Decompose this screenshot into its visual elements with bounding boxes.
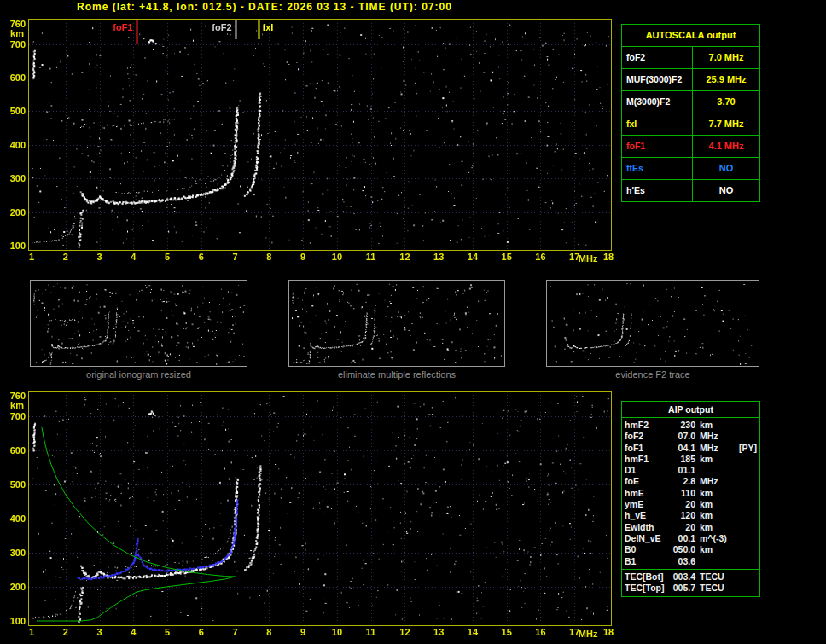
aip-row-name: D1 [625, 465, 671, 476]
aip-row-value: 005.7 [671, 583, 700, 594]
aip-row: ymE20km [622, 499, 759, 510]
aip-row-note [737, 465, 757, 476]
aip-row-note [737, 522, 757, 533]
aip-row-name: TEC[Top] [625, 583, 671, 594]
aip-row-value: 050.0 [671, 544, 700, 555]
aip-row-value: 03.6 [671, 556, 700, 567]
aip-output-table: AIP output hmF2230kmfoF207.0MHzfoF104.1M… [621, 401, 760, 597]
autoscala-row-label: MUF(3000)F2 [622, 69, 692, 90]
autoscala-row-value: 3.70 [692, 91, 759, 113]
aip-row-name: ymE [625, 499, 671, 510]
aip-row: DelN_vE00.1m^(-3) [622, 533, 759, 544]
aip-row-name: hmE [625, 488, 671, 499]
aip-row-value: 120 [671, 510, 700, 521]
aip-row-value: 110 [671, 488, 700, 499]
aip-row-value: 20 [671, 499, 700, 510]
aip-row-note [737, 556, 757, 567]
aip-row-name: hmF1 [625, 454, 671, 465]
aip-row-note [737, 510, 757, 521]
aip-row-note [737, 533, 757, 544]
aip-row-name: DelN_vE [625, 533, 671, 544]
autoscala-row-fof2: foF27.0 MHz [622, 46, 759, 68]
aip-row-unit: TECU [700, 571, 737, 583]
aip-row-value: 230 [671, 420, 700, 431]
aip-row-note [737, 499, 757, 510]
autoscala-row-value: 7.7 MHz [692, 113, 759, 135]
aip-row: Ewidth20km [622, 522, 759, 533]
autoscala-output-table: AUTOSCALA output foF27.0 MHzMUF(3000)F22… [621, 24, 760, 202]
aip-row-name: h_vE [625, 510, 671, 521]
aip-row-note [737, 583, 757, 594]
thumbnail-evidence-f2-canvas [547, 281, 759, 366]
aip-row-note [737, 544, 757, 555]
autoscala-row-label: h'Es [622, 180, 692, 201]
aip-row-note [737, 488, 757, 499]
aip-row-note [737, 476, 757, 487]
aip-row-note: [PY] [737, 443, 757, 454]
aip-row-name: foE [625, 476, 671, 487]
aip-row-value: 00.1 [671, 533, 700, 544]
aip-row-value: 185 [671, 454, 700, 465]
thumbnail-original-canvas [31, 281, 247, 366]
autoscala-rows: foF27.0 MHzMUF(3000)F225.9 MHzM(3000)F23… [622, 46, 759, 201]
autoscala-row-value: 25.9 MHz [692, 69, 759, 90]
aip-row-name: hmF2 [625, 420, 671, 431]
aip-row-value: 003.4 [671, 571, 700, 583]
aip-row-unit [700, 465, 737, 476]
autoscala-row-label: foF2 [622, 47, 692, 68]
thumbnail-eliminate-reflections-canvas [289, 281, 504, 366]
aip-row-unit: km [700, 510, 737, 521]
aip-row-unit: MHz [700, 443, 737, 454]
thumbnail-caption-eliminate-reflections: eliminate multiple reflections [288, 369, 505, 380]
aip-row: foE2.8MHz [622, 476, 759, 487]
aip-row-unit: km [700, 499, 737, 510]
autoscala-row-value: NO [692, 158, 759, 179]
thumbnail-caption-evidence-f2: evidence F2 trace [546, 369, 759, 380]
aip-row-name: foF1 [625, 443, 671, 454]
aip-row-unit: km [700, 420, 737, 431]
bottom-ionogram-canvas [0, 386, 623, 641]
aip-row: TEC[Top]005.7TECU [622, 583, 759, 594]
aip-row-unit: km [700, 454, 737, 465]
thumbnail-caption-original: original ionogram resized [30, 369, 247, 380]
aip-rows: hmF2230kmfoF207.0MHzfoF104.1MHz[PY]hmF11… [622, 420, 759, 567]
aip-row-unit: MHz [700, 476, 737, 487]
aip-row: foF207.0MHz [622, 431, 759, 442]
aip-row-unit [700, 556, 737, 567]
autoscala-row-label: foF1 [622, 136, 692, 157]
autoscala-row-value: NO [692, 180, 759, 201]
autoscala-row-hes: h'EsNO [622, 179, 759, 201]
thumbnail-eliminate-reflections [288, 280, 505, 367]
aip-row-value: 07.0 [671, 431, 700, 442]
aip-row-unit: km [700, 544, 737, 555]
aip-row: hmE110km [622, 488, 759, 499]
aip-row-value: 20 [671, 522, 700, 533]
aip-row-name: foF2 [625, 431, 671, 442]
page-title: Rome (lat: +41.8, lon: 012.5) - DATE: 20… [77, 1, 452, 13]
autoscala-row-label: M(3000)F2 [622, 91, 692, 113]
aip-row-name: B1 [625, 556, 671, 567]
aip-row: D101.1 [622, 465, 759, 476]
autoscala-row-value: 7.0 MHz [692, 47, 759, 68]
autoscala-row-label: ftEs [622, 158, 692, 179]
aip-row-unit: km [700, 522, 737, 533]
aip-row-note [737, 420, 757, 431]
aip-row-name: Ewidth [625, 522, 671, 533]
aip-tec-rows: TEC[Bot]003.4TECUTEC[Top]005.7TECU [622, 569, 759, 595]
aip-row-note [737, 454, 757, 465]
aip-output-title: AIP output [622, 402, 759, 418]
aip-row-note [737, 431, 757, 442]
aip-row: hmF2230km [622, 420, 759, 431]
aip-row-value: 04.1 [671, 443, 700, 454]
thumbnail-evidence-f2 [546, 280, 759, 367]
aip-row-unit: MHz [700, 431, 737, 442]
autoscala-row-fxi: fxI7.7 MHz [622, 113, 759, 135]
aip-row-note [737, 571, 757, 583]
aip-row-unit: km [700, 488, 737, 499]
autoscala-row-ftes: ftEsNO [622, 157, 759, 179]
autoscala-row-value: 4.1 MHz [692, 136, 759, 157]
aip-row: hmF1185km [622, 454, 759, 465]
autoscala-row-fof1: foF14.1 MHz [622, 135, 759, 157]
aip-row: h_vE120km [622, 510, 759, 521]
aip-row-name: B0 [625, 544, 671, 555]
